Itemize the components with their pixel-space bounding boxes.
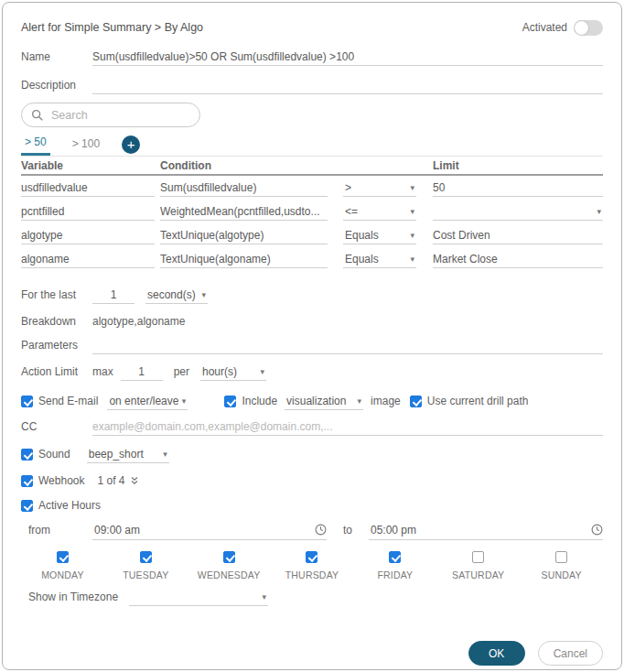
operator-select[interactable]: Equals▾ <box>343 250 416 268</box>
day-checkbox-friday[interactable] <box>389 551 401 563</box>
double-chevron-down-icon <box>130 476 139 486</box>
tab-gt-50[interactable]: > 50 <box>21 135 50 156</box>
toggle-knob <box>575 21 588 35</box>
condition-input[interactable] <box>160 202 328 221</box>
clock-icon[interactable] <box>315 524 327 536</box>
chevron-down-icon: ▾ <box>408 183 416 192</box>
from-label: from <box>28 524 92 537</box>
breakdown-value: algotype,algoname <box>92 315 185 328</box>
for-the-last-value[interactable] <box>92 286 134 304</box>
to-time-value[interactable]: 05:00 pm <box>369 524 591 537</box>
clock-icon[interactable] <box>591 524 603 536</box>
parameters-input[interactable] <box>92 336 603 354</box>
day-label: WEDNESDAY <box>198 569 261 580</box>
cc-input[interactable] <box>92 417 603 436</box>
name-input[interactable] <box>92 48 603 66</box>
condition-input[interactable] <box>160 226 328 244</box>
drill-path-checkbox[interactable] <box>410 396 422 407</box>
timezone-select[interactable]: ▾ <box>129 588 268 606</box>
condition-row: Equals▾ <box>21 223 603 247</box>
chevron-down-icon: ▾ <box>161 450 169 459</box>
day-checkbox-sunday[interactable] <box>555 551 567 563</box>
days-of-week: MONDAY TUESDAY WEDNESDAY THURSDAY FRIDAY… <box>21 551 603 580</box>
operator-select[interactable]: <=▾ <box>343 202 416 221</box>
chevron-down-icon: ▾ <box>261 592 269 602</box>
col-limit: Limit <box>433 159 603 172</box>
send-email-checkbox[interactable] <box>21 396 33 407</box>
chevron-down-icon: ▾ <box>408 207 416 216</box>
day-label: THURSDAY <box>285 569 339 580</box>
condition-row: <=▾ ▾ <box>21 200 603 223</box>
action-limit-label: Action Limit <box>21 365 92 378</box>
description-input[interactable] <box>92 76 603 94</box>
plus-icon: + <box>127 137 135 151</box>
limit-select[interactable]: ▾ <box>433 202 603 221</box>
search-input[interactable] <box>51 109 199 122</box>
to-time-field[interactable]: 05:00 pm <box>369 520 603 540</box>
cancel-button[interactable]: Cancel <box>538 641 603 666</box>
condition-input[interactable] <box>160 179 328 197</box>
day-checkbox-tuesday[interactable] <box>140 551 152 563</box>
chevron-down-icon: ▾ <box>408 231 416 240</box>
action-limit-value[interactable] <box>121 363 163 381</box>
ok-button[interactable]: OK <box>468 641 525 666</box>
sound-checkbox[interactable] <box>21 449 33 461</box>
description-label: Description <box>21 79 92 92</box>
add-tab-button[interactable]: + <box>122 135 140 154</box>
include-label: Include <box>242 395 277 407</box>
limit-input[interactable] <box>433 179 603 197</box>
condition-row: >▾ <box>21 176 603 200</box>
include-checkbox[interactable] <box>224 396 236 407</box>
alert-dialog: Alert for Simple Summary > By Algo Activ… <box>2 2 622 670</box>
webhook-checkbox[interactable] <box>21 475 33 487</box>
variable-input[interactable] <box>21 250 155 268</box>
search-icon <box>31 109 44 122</box>
condition-input[interactable] <box>160 250 328 268</box>
limit-input[interactable] <box>433 250 603 268</box>
day-label: FRIDAY <box>377 569 413 580</box>
name-label: Name <box>21 50 92 63</box>
cc-label: CC <box>21 420 92 433</box>
variable-input[interactable] <box>21 179 155 197</box>
day-label: SUNDAY <box>541 569 581 580</box>
tab-gt-100[interactable]: > 100 <box>69 137 103 155</box>
from-time-value[interactable]: 09:00 am <box>92 524 315 537</box>
day-label: TUESDAY <box>123 569 168 580</box>
condition-row: Equals▾ <box>21 247 603 271</box>
active-hours-checkbox[interactable] <box>21 500 33 512</box>
activated-toggle[interactable] <box>574 20 603 36</box>
variable-input[interactable] <box>21 202 155 221</box>
chevron-down-icon: ▾ <box>408 255 416 264</box>
day-checkbox-monday[interactable] <box>57 551 69 563</box>
action-limit-unit-select[interactable]: hour(s)▾ <box>200 363 266 381</box>
image-label: image <box>371 395 401 407</box>
day-label: MONDAY <box>41 569 84 580</box>
chevron-down-icon: ▾ <box>595 207 603 216</box>
for-the-last-label: For the last <box>21 288 92 301</box>
day-checkbox-wednesday[interactable] <box>223 551 235 563</box>
chevron-down-icon: ▾ <box>199 290 208 299</box>
include-type-select[interactable]: visualization▾ <box>285 392 363 410</box>
active-hours-label: Active Hours <box>38 499 101 512</box>
timezone-label: Show in Timezone <box>28 591 118 603</box>
webhook-expand-button[interactable] <box>130 476 139 486</box>
day-checkbox-thursday[interactable] <box>306 551 317 563</box>
conditions-header: Variable Condition Limit <box>21 156 603 176</box>
operator-select[interactable]: >▾ <box>343 179 416 197</box>
sound-label: Sound <box>38 448 70 461</box>
breakdown-label: Breakdown <box>21 315 92 328</box>
search-box[interactable] <box>21 103 200 127</box>
dialog-title: Alert for Simple Summary > By Algo <box>21 21 203 34</box>
limit-input[interactable] <box>433 226 603 244</box>
variable-input[interactable] <box>21 226 155 244</box>
chevron-down-icon: ▾ <box>356 396 364 406</box>
time-unit-select[interactable]: second(s)▾ <box>145 286 208 304</box>
operator-select[interactable]: Equals▾ <box>343 226 416 244</box>
email-trigger-select[interactable]: on enter/leave▾ <box>107 392 188 410</box>
sound-select[interactable]: beep_short▾ <box>87 445 169 463</box>
day-checkbox-saturday[interactable] <box>472 551 484 563</box>
from-time-field[interactable]: 09:00 am <box>92 520 327 540</box>
parameters-label: Parameters <box>21 339 92 352</box>
to-label: to <box>327 524 369 537</box>
drill-path-label: Use current drill path <box>427 395 529 407</box>
